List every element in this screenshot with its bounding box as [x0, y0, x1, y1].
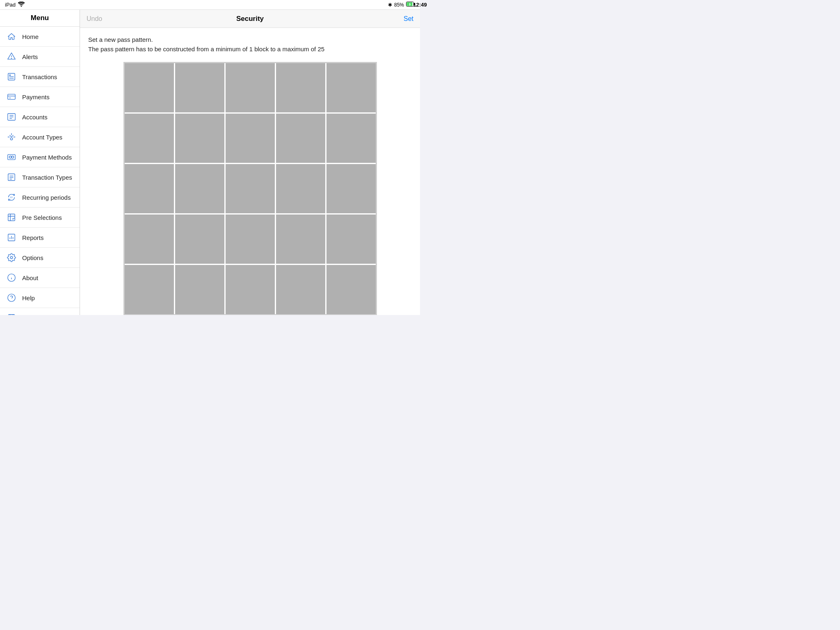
status-bar: iPad 12:49 ✱ 85% — [0, 0, 420, 10]
sidebar-item-alerts[interactable]: Alerts — [0, 47, 80, 67]
pattern-cell-0-2[interactable] — [226, 63, 275, 112]
sidebar-item-payment-methods-label: Payment Methods — [22, 154, 72, 161]
sidebar-item-transaction-types-label: Transaction Types — [22, 174, 72, 181]
main-layout: Menu Home Alerts Transactions — [0, 10, 420, 315]
svg-point-29 — [10, 256, 13, 259]
sidebar-item-home[interactable]: Home — [0, 27, 80, 47]
sidebar-item-payments[interactable]: Payments — [0, 87, 80, 107]
pattern-cell-3-1[interactable] — [175, 215, 224, 264]
sidebar-item-transaction-types[interactable]: Transaction Types — [0, 167, 80, 187]
pattern-cell-0-3[interactable] — [276, 63, 325, 112]
sidebar-item-alerts-label: Alerts — [22, 53, 38, 60]
pattern-grid — [123, 62, 377, 315]
sidebar: Menu Home Alerts Transactions — [0, 10, 80, 315]
bluetooth-icon: ✱ — [388, 2, 392, 8]
svg-point-18 — [9, 156, 12, 158]
sidebar-item-about-label: About — [22, 274, 38, 281]
pre-selections-icon — [6, 212, 17, 223]
pattern-cell-3-0[interactable] — [125, 215, 174, 264]
sidebar-item-disclaimer[interactable]: Disclaimer — [0, 308, 80, 315]
device-label: iPad — [5, 2, 16, 8]
pattern-cell-4-4[interactable] — [326, 265, 376, 314]
pattern-cell-3-4[interactable] — [326, 215, 376, 264]
sidebar-item-reports-label: Reports — [22, 234, 44, 241]
sidebar-item-disclaimer-label: Disclaimer — [22, 315, 51, 315]
pattern-cell-2-1[interactable] — [175, 164, 224, 213]
svg-rect-9 — [8, 94, 15, 100]
sidebar-item-payments-label: Payments — [22, 94, 50, 100]
pattern-cell-1-0[interactable] — [125, 114, 174, 163]
account-types-icon — [6, 131, 17, 143]
sidebar-item-account-types-label: Account Types — [22, 134, 62, 141]
options-icon — [6, 252, 17, 263]
pattern-cell-2-4[interactable] — [326, 164, 376, 213]
recurring-icon: 10 — [6, 192, 17, 203]
pattern-cell-3-2[interactable] — [226, 215, 275, 264]
svg-point-16 — [10, 138, 13, 140]
pattern-cell-1-2[interactable] — [226, 114, 275, 163]
pattern-cell-4-1[interactable] — [175, 265, 224, 314]
home-icon — [6, 31, 17, 42]
sidebar-item-recurring-label: Recurring periods — [22, 194, 71, 201]
instruction-text: Set a new pass pattern. The pass pattern… — [88, 35, 412, 54]
battery-label: 85% — [394, 2, 404, 8]
pattern-cell-2-3[interactable] — [276, 164, 325, 213]
reports-icon — [6, 232, 17, 243]
set-button[interactable]: Set — [404, 15, 413, 23]
sidebar-item-pre-selections-label: Pre Selections — [22, 214, 62, 221]
transactions-icon — [6, 71, 17, 82]
pattern-cell-1-3[interactable] — [276, 114, 325, 163]
instruction-line1: Set a new pass pattern. — [88, 36, 153, 43]
alerts-icon — [6, 51, 17, 62]
svg-rect-20 — [8, 174, 15, 181]
svg-point-33 — [8, 294, 15, 301]
pattern-cell-1-4[interactable] — [326, 114, 376, 163]
sidebar-item-transactions-label: Transactions — [22, 73, 57, 80]
accounts-icon — [6, 111, 17, 123]
status-bar-time: 12:49 — [413, 2, 420, 8]
sidebar-item-transactions[interactable]: Transactions — [0, 67, 80, 87]
sidebar-item-reports[interactable]: Reports — [0, 228, 80, 248]
pattern-cell-2-0[interactable] — [125, 164, 174, 213]
sidebar-item-about[interactable]: About — [0, 268, 80, 288]
pattern-cell-0-4[interactable] — [326, 63, 376, 112]
svg-point-6 — [9, 75, 11, 76]
payment-methods-icon — [6, 151, 17, 163]
content-area: Undo Security Set Set a new pass pattern… — [80, 10, 420, 315]
instruction-line2: The pass pattern has to be constructed f… — [88, 46, 324, 52]
payments-icon — [6, 91, 17, 103]
sidebar-item-home-label: Home — [22, 33, 39, 40]
sidebar-item-accounts-label: Accounts — [22, 114, 48, 121]
pattern-grid-container — [88, 62, 412, 315]
help-icon — [6, 292, 17, 304]
status-bar-right: ✱ 85% — [388, 2, 415, 8]
disclaimer-icon — [6, 312, 17, 315]
sidebar-item-options[interactable]: Options — [0, 248, 80, 268]
sidebar-item-pre-selections[interactable]: Pre Selections — [0, 208, 80, 228]
transaction-types-icon — [6, 171, 17, 183]
svg-point-19 — [11, 156, 14, 158]
sidebar-item-account-types[interactable]: Account Types — [0, 127, 80, 147]
pattern-cell-4-3[interactable] — [276, 265, 325, 314]
sidebar-item-help[interactable]: Help — [0, 288, 80, 308]
pattern-cell-2-2[interactable] — [226, 164, 275, 213]
about-icon — [6, 272, 17, 283]
nav-bar: Undo Security Set — [80, 10, 420, 28]
sidebar-header: Menu — [0, 10, 80, 27]
pattern-cell-4-0[interactable] — [125, 265, 174, 314]
svg-point-4 — [11, 58, 12, 59]
sidebar-item-accounts[interactable]: Accounts — [0, 107, 80, 127]
pattern-cell-0-0[interactable] — [125, 63, 174, 112]
svg-text:10: 10 — [10, 196, 12, 199]
pattern-cell-0-1[interactable] — [175, 63, 224, 112]
pattern-cell-4-2[interactable] — [226, 265, 275, 314]
sidebar-item-help-label: Help — [22, 294, 35, 301]
pattern-cell-1-1[interactable] — [175, 114, 224, 163]
content-body: Set a new pass pattern. The pass pattern… — [80, 28, 420, 315]
sidebar-item-recurring-periods[interactable]: 10 Recurring periods — [0, 187, 80, 208]
undo-button[interactable]: Undo — [87, 15, 102, 23]
pattern-cell-3-3[interactable] — [276, 215, 325, 264]
wifi-icon — [18, 2, 25, 8]
status-bar-left: iPad — [5, 2, 25, 8]
sidebar-item-payment-methods[interactable]: Payment Methods — [0, 147, 80, 167]
